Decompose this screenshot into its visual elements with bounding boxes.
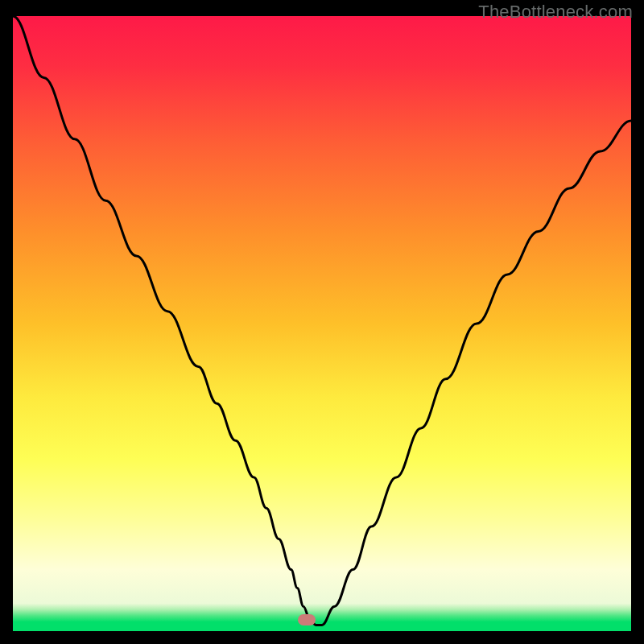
chart-frame — [13, 16, 631, 631]
gradient-background — [13, 16, 631, 631]
chart-plot — [13, 16, 631, 631]
optimum-marker — [298, 614, 316, 625]
watermark-text: TheBottleneck.com — [478, 2, 633, 23]
